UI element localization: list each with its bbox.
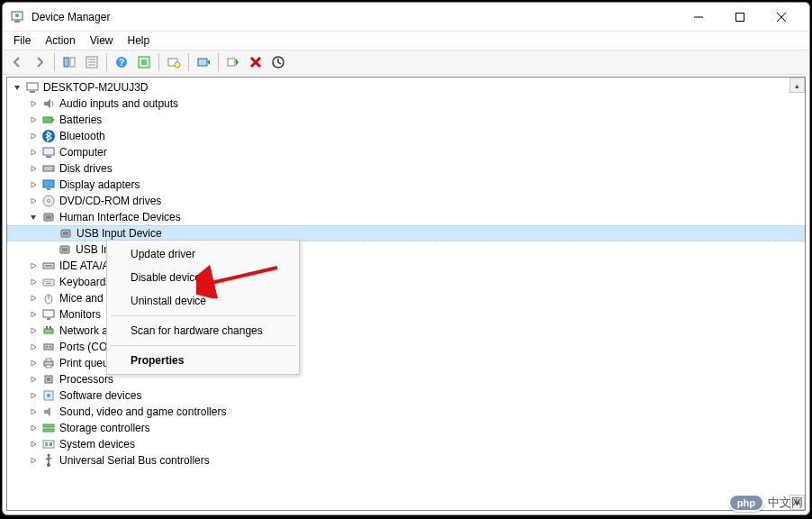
tree-node-label: Keyboards xyxy=(59,276,111,288)
svg-rect-60 xyxy=(46,359,51,361)
tree-node-label: System devices xyxy=(59,438,135,451)
tree-node[interactable]: Storage controllers xyxy=(7,420,805,436)
collapse-icon[interactable] xyxy=(11,81,23,94)
svg-rect-63 xyxy=(47,378,50,381)
tree-node[interactable]: Display adapters xyxy=(7,177,805,193)
tree-node[interactable]: Audio inputs and outputs xyxy=(7,96,805,112)
svg-point-34 xyxy=(48,200,50,203)
expand-icon[interactable] xyxy=(27,260,40,272)
scan-hardware-button[interactable] xyxy=(163,51,185,73)
svg-rect-32 xyxy=(47,188,50,190)
menu-action[interactable]: Action xyxy=(38,32,82,49)
app-icon xyxy=(10,10,24,24)
audio-icon xyxy=(41,96,56,111)
scroll-up-arrow[interactable]: ▴ xyxy=(789,77,805,93)
tree-node[interactable]: DVD/CD-ROM drives xyxy=(7,193,805,209)
svg-point-57 xyxy=(46,346,48,348)
tree-node[interactable]: Bluetooth xyxy=(7,128,805,144)
menu-file[interactable]: File xyxy=(6,32,38,49)
expand-icon[interactable] xyxy=(27,373,40,386)
tree-node-label: Processors xyxy=(59,373,113,386)
uninstall-button[interactable] xyxy=(245,51,266,73)
expand-icon[interactable] xyxy=(27,195,40,207)
tree-node[interactable]: DESKTOP-M2UUJ3D xyxy=(7,79,805,96)
expand-icon[interactable] xyxy=(27,405,40,418)
bluetooth-icon xyxy=(41,129,56,143)
tree-node-label: Computer xyxy=(59,146,107,159)
show-hide-console-button[interactable] xyxy=(59,51,80,73)
window-controls xyxy=(678,3,802,31)
toolbar-separator xyxy=(188,53,189,71)
expand-icon[interactable] xyxy=(27,357,40,369)
svg-rect-25 xyxy=(52,119,54,121)
svg-rect-20 xyxy=(228,59,235,66)
expand-icon[interactable] xyxy=(27,97,40,110)
menu-help[interactable]: Help xyxy=(121,32,158,49)
context-menu-item[interactable]: Uninstall device xyxy=(109,289,297,313)
context-menu-item[interactable]: Scan for hardware changes xyxy=(109,319,297,342)
context-menu-item[interactable]: Properties xyxy=(109,349,297,372)
enable-device-button[interactable] xyxy=(222,51,244,73)
printer-icon xyxy=(41,356,56,370)
context-menu-item[interactable]: Disable device xyxy=(109,266,297,289)
expand-icon[interactable] xyxy=(27,178,40,191)
tree-node[interactable]: Universal Serial Bus controllers xyxy=(7,452,805,469)
tree-node[interactable]: Batteries xyxy=(7,112,805,128)
expand-icon[interactable] xyxy=(27,308,40,321)
expand-icon[interactable] xyxy=(27,146,40,159)
context-menu-separator xyxy=(111,345,295,346)
expand-icon[interactable] xyxy=(27,422,40,434)
tree-node[interactable]: Sound, video and game controllers xyxy=(7,404,805,420)
expand-icon[interactable] xyxy=(27,438,40,451)
svg-point-2 xyxy=(15,14,19,17)
dvd-icon xyxy=(41,194,56,208)
svg-text:?: ? xyxy=(119,58,124,68)
expand-icon[interactable] xyxy=(27,292,40,305)
tree-node[interactable]: System devices xyxy=(7,436,805,452)
tree-node[interactable]: Software devices xyxy=(7,387,805,404)
hid-icon xyxy=(59,226,73,241)
disk-icon xyxy=(41,161,56,176)
maximize-button[interactable] xyxy=(719,3,761,31)
device-manager-window: Device Manager File Action View Help ? xyxy=(2,2,810,515)
forward-button[interactable] xyxy=(29,51,50,73)
svg-rect-38 xyxy=(63,232,68,235)
storage-icon xyxy=(41,421,56,435)
expand-icon[interactable] xyxy=(27,324,40,337)
titlebar: Device Manager xyxy=(3,3,809,32)
window-title: Device Manager xyxy=(32,11,678,23)
expand-icon[interactable] xyxy=(27,162,40,175)
expand-icon[interactable] xyxy=(27,341,40,353)
expand-icon[interactable] xyxy=(27,114,40,126)
svg-rect-48 xyxy=(46,283,51,284)
svg-rect-61 xyxy=(46,365,51,368)
svg-rect-27 xyxy=(43,148,54,155)
menu-view[interactable]: View xyxy=(83,32,121,49)
expand-icon[interactable] xyxy=(27,389,40,402)
monitor-icon xyxy=(41,307,56,322)
context-menu-item[interactable]: Update driver xyxy=(109,242,297,266)
tree-node[interactable]: Human Interface Devices xyxy=(7,209,805,225)
svg-rect-4 xyxy=(736,13,744,21)
action-button[interactable] xyxy=(133,51,155,73)
minimize-button[interactable] xyxy=(678,3,719,31)
collapse-icon[interactable] xyxy=(27,211,40,223)
properties-button[interactable] xyxy=(81,51,103,73)
disable-button[interactable] xyxy=(267,51,289,73)
help-button[interactable]: ? xyxy=(111,51,132,73)
usb-icon xyxy=(41,453,56,468)
ide-icon xyxy=(41,259,56,273)
svg-point-58 xyxy=(50,346,51,348)
expand-icon[interactable] xyxy=(27,454,40,467)
expand-icon[interactable] xyxy=(27,130,40,142)
back-button[interactable] xyxy=(6,51,28,73)
tree-node[interactable]: Computer xyxy=(7,144,805,160)
close-button[interactable] xyxy=(761,3,802,31)
update-driver-button[interactable] xyxy=(193,51,214,73)
watermark-text: 中文网 xyxy=(768,495,803,511)
svg-rect-40 xyxy=(62,248,68,251)
tree-node[interactable]: Disk drives xyxy=(7,160,805,177)
expand-icon[interactable] xyxy=(27,276,40,288)
svg-rect-69 xyxy=(45,442,48,446)
watermark: php 中文网 xyxy=(728,494,803,512)
